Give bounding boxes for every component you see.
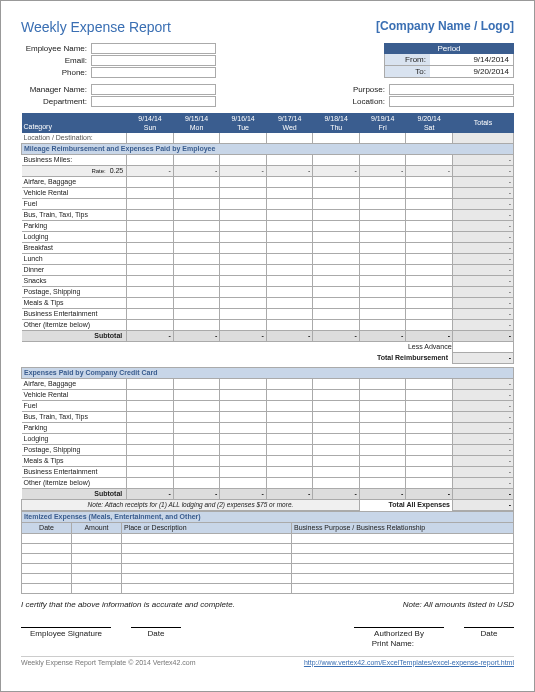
expense-row[interactable]: Fuel- bbox=[22, 400, 514, 411]
itemized-row[interactable] bbox=[22, 563, 514, 573]
business-miles-row[interactable]: Business Miles:- bbox=[22, 155, 514, 166]
expense-row[interactable]: Dinner- bbox=[22, 265, 514, 276]
expense-row[interactable]: Business Entertainment- bbox=[22, 466, 514, 477]
label-purpose: Purpose: bbox=[339, 85, 389, 94]
col-place: Place or Description bbox=[122, 522, 292, 533]
input-location[interactable] bbox=[389, 96, 514, 107]
expense-row[interactable]: Parking- bbox=[22, 422, 514, 433]
subtotal-2: Subtotal-------- bbox=[22, 488, 514, 499]
expense-row[interactable]: Fuel- bbox=[22, 199, 514, 210]
expense-row[interactable]: Lunch- bbox=[22, 254, 514, 265]
purpose-fields: Purpose: Location: bbox=[339, 84, 514, 107]
sig-employee: Employee Signature bbox=[21, 627, 111, 638]
sig-auth: Authorized By bbox=[354, 627, 444, 638]
input-emp-name[interactable] bbox=[91, 43, 216, 54]
certification: I certify that the above information is … bbox=[21, 600, 514, 609]
expense-row[interactable]: Vehicle Rental- bbox=[22, 188, 514, 199]
label-phone: Phone: bbox=[21, 68, 91, 77]
input-purpose[interactable] bbox=[389, 84, 514, 95]
header: Weekly Expense Report [Company Name / Lo… bbox=[21, 19, 514, 35]
label-emp-name: Employee Name: bbox=[21, 44, 91, 53]
note-total-row: Note: Attach receipts for (1) ALL lodgin… bbox=[22, 499, 514, 510]
expense-row[interactable]: Lodging- bbox=[22, 433, 514, 444]
period-box: Period From:9/14/2014 To:9/20/2014 bbox=[384, 43, 514, 78]
input-phone[interactable] bbox=[91, 67, 216, 78]
label-email: Email: bbox=[21, 56, 91, 65]
location-row[interactable]: Location / Destination: bbox=[22, 133, 514, 144]
expense-row[interactable]: Bus, Train, Taxi, Tips- bbox=[22, 411, 514, 422]
expense-row[interactable]: Meals & Tips- bbox=[22, 455, 514, 466]
expense-row[interactable]: Breakfast- bbox=[22, 243, 514, 254]
cert-note: Note: All amounts listed in USD bbox=[403, 600, 514, 609]
signature-area: Employee Signature Date Authorized By Da… bbox=[21, 627, 514, 638]
col-date: Date bbox=[22, 522, 72, 533]
label-location: Location: bbox=[339, 97, 389, 106]
print-name: Print Name: bbox=[21, 639, 514, 648]
itemized-row[interactable] bbox=[22, 553, 514, 563]
total-reimbursement: Total Reimbursement- bbox=[22, 352, 514, 363]
expense-table: Category9/14/14Sun9/15/14Mon9/16/14Tue9/… bbox=[21, 113, 514, 511]
footer-link[interactable]: http://www.vertex42.com/ExcelTemplates/e… bbox=[304, 659, 514, 666]
expense-row[interactable]: Vehicle Rental- bbox=[22, 389, 514, 400]
itemized-row[interactable] bbox=[22, 573, 514, 583]
expense-row[interactable]: Airfare, Baggage- bbox=[22, 378, 514, 389]
label-dept: Department: bbox=[21, 97, 91, 106]
footer-left: Weekly Expense Report Template © 2014 Ve… bbox=[21, 659, 196, 666]
input-manager[interactable] bbox=[91, 84, 216, 95]
expense-row[interactable]: Meals & Tips- bbox=[22, 298, 514, 309]
info-row-1: Employee Name: Email: Phone: Period From… bbox=[21, 43, 514, 78]
expense-row[interactable]: Business Entertainment- bbox=[22, 309, 514, 320]
input-email[interactable] bbox=[91, 55, 216, 66]
itemized-row[interactable] bbox=[22, 533, 514, 543]
to-value: 9/20/2014 bbox=[430, 66, 513, 77]
itemized-row[interactable] bbox=[22, 543, 514, 553]
info-row-2: Manager Name: Department: Purpose: Locat… bbox=[21, 84, 514, 107]
employee-fields: Employee Name: Email: Phone: bbox=[21, 43, 216, 78]
section3-title: Itemized Expenses (Meals, Entertainment,… bbox=[22, 511, 514, 522]
expense-row[interactable]: Other (itemize below)- bbox=[22, 477, 514, 488]
category-header: Category9/14/14Sun9/15/14Mon9/16/14Tue9/… bbox=[22, 114, 514, 133]
col-amount: Amount bbox=[72, 522, 122, 533]
period-header: Period bbox=[384, 43, 514, 54]
cert-text: I certify that the above information is … bbox=[21, 600, 235, 609]
from-value: 9/14/2014 bbox=[430, 54, 513, 65]
expense-row[interactable]: Airfare, Baggage- bbox=[22, 177, 514, 188]
expense-row[interactable]: Lodging- bbox=[22, 232, 514, 243]
rate-row: Rate: 0.25-------- bbox=[22, 166, 514, 177]
expense-row[interactable]: Postage, Shipping- bbox=[22, 444, 514, 455]
company-name: [Company Name / Logo] bbox=[376, 19, 514, 33]
col-purpose: Business Purpose / Business Relationship bbox=[292, 522, 514, 533]
page-title: Weekly Expense Report bbox=[21, 19, 171, 35]
expense-row[interactable]: Postage, Shipping- bbox=[22, 287, 514, 298]
expense-row[interactable]: Other (itemize below)- bbox=[22, 320, 514, 331]
less-advances: Less Advances bbox=[22, 342, 514, 353]
footer: Weekly Expense Report Template © 2014 Ve… bbox=[21, 656, 514, 666]
manager-fields: Manager Name: Department: bbox=[21, 84, 216, 107]
label-manager: Manager Name: bbox=[21, 85, 91, 94]
expense-row[interactable]: Snacks- bbox=[22, 276, 514, 287]
from-label: From: bbox=[385, 54, 430, 65]
section1-title: Mileage Reimbursement and Expenses Paid … bbox=[22, 144, 514, 155]
itemized-row[interactable] bbox=[22, 583, 514, 593]
expense-row[interactable]: Parking- bbox=[22, 221, 514, 232]
subtotal-1: Subtotal-------- bbox=[22, 331, 514, 342]
to-label: To: bbox=[385, 66, 430, 77]
sig-date-2: Date bbox=[464, 627, 514, 638]
itemized-table: Itemized Expenses (Meals, Entertainment,… bbox=[21, 511, 514, 594]
input-dept[interactable] bbox=[91, 96, 216, 107]
section2-title: Expenses Paid by Company Credit Card bbox=[22, 367, 514, 378]
itemized-header-row: Date Amount Place or Description Busines… bbox=[22, 522, 514, 533]
sig-date-1: Date bbox=[131, 627, 181, 638]
expense-row[interactable]: Bus, Train, Taxi, Tips- bbox=[22, 210, 514, 221]
expense-report-page: Weekly Expense Report [Company Name / Lo… bbox=[0, 0, 535, 692]
